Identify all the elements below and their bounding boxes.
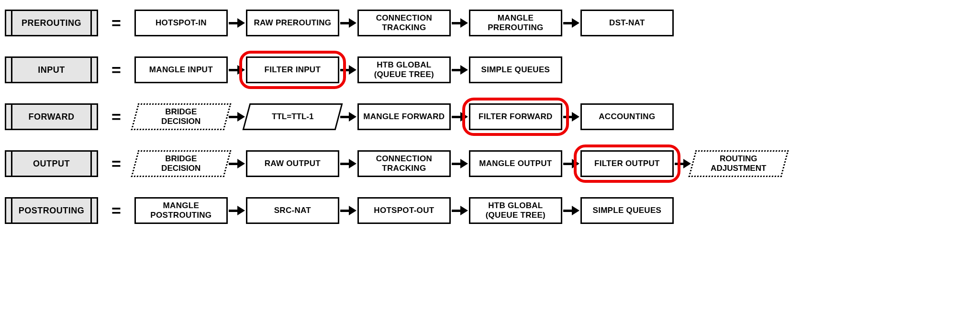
node-shape: BRIDGE DECISION bbox=[131, 103, 231, 130]
flow-arrow bbox=[452, 112, 468, 122]
flow-arrow bbox=[452, 159, 468, 168]
node-shape: RAW PREROUTING bbox=[246, 10, 339, 36]
flow-arrow bbox=[340, 65, 356, 75]
node-label: BRIDGE DECISION bbox=[161, 154, 200, 173]
node-shape: BRIDGE DECISION bbox=[131, 150, 231, 177]
chain-row: OUTPUT=BRIDGE DECISIONRAW OUTPUTCONNECTI… bbox=[5, 150, 975, 177]
node-label: SIMPLE QUEUES bbox=[481, 65, 550, 75]
flow-arrow bbox=[340, 18, 356, 28]
chain-row: PREROUTING=HOTSPOT-INRAW PREROUTINGCONNE… bbox=[5, 10, 975, 36]
flow-arrow bbox=[563, 159, 579, 168]
node-shape: MANGLE FORWARD bbox=[357, 103, 451, 130]
node: HTB GLOBAL (QUEUE TREE) bbox=[357, 56, 451, 83]
chain-label: FORWARD bbox=[28, 112, 74, 122]
node: MANGLE POSTROUTING bbox=[134, 197, 228, 224]
node-shape: CONNECTION TRACKING bbox=[357, 150, 451, 177]
node-shape: FILTER FORWARD bbox=[469, 103, 562, 130]
node: MANGLE FORWARD bbox=[357, 103, 451, 130]
node: ROUTING ADJUSTMENT bbox=[692, 150, 785, 177]
node: TTL=TTL-1 bbox=[246, 103, 339, 130]
flow-arrow bbox=[340, 159, 356, 168]
node: MANGLE INPUT bbox=[134, 56, 228, 83]
flow-arrow bbox=[340, 206, 356, 215]
node-label: HTB GLOBAL (QUEUE TREE) bbox=[486, 201, 546, 220]
node-shape: CONNECTION TRACKING bbox=[357, 10, 451, 36]
node-label: MANGLE FORWARD bbox=[363, 112, 445, 122]
flow-arrow bbox=[563, 206, 579, 215]
node-label: MANGLE OUTPUT bbox=[479, 159, 552, 168]
flow-arrow bbox=[229, 65, 245, 75]
node: FILTER INPUT bbox=[246, 56, 339, 83]
flow: BRIDGE DECISIONTTL=TTL-1MANGLE FORWARDFI… bbox=[134, 103, 674, 130]
node: HOTSPOT-IN bbox=[134, 10, 228, 36]
node: RAW PREROUTING bbox=[246, 10, 339, 36]
node-shape: MANGLE INPUT bbox=[134, 56, 228, 83]
node-label: SRC-NAT bbox=[274, 206, 311, 215]
flow-arrow bbox=[452, 206, 468, 215]
flow-arrow bbox=[229, 159, 245, 168]
node-shape: MANGLE POSTROUTING bbox=[134, 197, 228, 224]
node-shape: SIMPLE QUEUES bbox=[580, 197, 674, 224]
node: SRC-NAT bbox=[246, 197, 339, 224]
chain-header: INPUT bbox=[5, 56, 98, 83]
flow: BRIDGE DECISIONRAW OUTPUTCONNECTION TRAC… bbox=[134, 150, 785, 177]
node: BRIDGE DECISION bbox=[134, 150, 228, 177]
node-label: HOTSPOT-IN bbox=[156, 18, 207, 28]
node-shape: MANGLE PREROUTING bbox=[469, 10, 562, 36]
flow-arrow bbox=[452, 18, 468, 28]
node-label: TTL=TTL-1 bbox=[272, 112, 313, 122]
equals-sign: = bbox=[111, 62, 121, 78]
node: HOTSPOT-OUT bbox=[357, 197, 451, 224]
node-label: FILTER FORWARD bbox=[479, 112, 553, 122]
node-shape: DST-NAT bbox=[580, 10, 674, 36]
chain-label: INPUT bbox=[38, 65, 65, 75]
node-shape: TTL=TTL-1 bbox=[242, 103, 343, 130]
chain-label: PREROUTING bbox=[22, 18, 81, 28]
node: FILTER FORWARD bbox=[469, 103, 562, 130]
flow-arrow bbox=[229, 112, 245, 122]
chain-row: INPUT=MANGLE INPUTFILTER INPUTHTB GLOBAL… bbox=[5, 56, 975, 83]
node: MANGLE OUTPUT bbox=[469, 150, 562, 177]
node: CONNECTION TRACKING bbox=[357, 150, 451, 177]
node-shape: HTB GLOBAL (QUEUE TREE) bbox=[469, 197, 562, 224]
chain-row: POSTROUTING=MANGLE POSTROUTINGSRC-NATHOT… bbox=[5, 197, 975, 224]
node-label: ROUTING ADJUSTMENT bbox=[711, 154, 766, 173]
chain-label: POSTROUTING bbox=[19, 206, 85, 216]
node: ACCOUNTING bbox=[580, 103, 674, 130]
flow-arrow bbox=[675, 159, 691, 168]
node-shape: ACCOUNTING bbox=[580, 103, 674, 130]
node-label: HOTSPOT-OUT bbox=[374, 206, 434, 215]
node: DST-NAT bbox=[580, 10, 674, 36]
flow-arrow bbox=[563, 18, 579, 28]
node-shape: SRC-NAT bbox=[246, 197, 339, 224]
node-label: MANGLE POSTROUTING bbox=[150, 201, 212, 220]
node-label: CONNECTION TRACKING bbox=[376, 13, 432, 32]
node: FILTER OUTPUT bbox=[580, 150, 674, 177]
node-label: DST-NAT bbox=[609, 18, 645, 28]
flow-arrow bbox=[563, 112, 579, 122]
chain-label: OUTPUT bbox=[33, 159, 70, 169]
node-label: HTB GLOBAL (QUEUE TREE) bbox=[374, 60, 434, 79]
node-label: RAW PREROUTING bbox=[254, 18, 331, 28]
chain-header: PREROUTING bbox=[5, 10, 98, 36]
node: BRIDGE DECISION bbox=[134, 103, 228, 130]
node-label: RAW OUTPUT bbox=[265, 159, 321, 168]
node-label: MANGLE INPUT bbox=[149, 65, 213, 75]
node-shape: MANGLE OUTPUT bbox=[469, 150, 562, 177]
node-shape: HOTSPOT-OUT bbox=[357, 197, 451, 224]
node: HTB GLOBAL (QUEUE TREE) bbox=[469, 197, 562, 224]
equals-sign: = bbox=[111, 109, 121, 125]
flow: HOTSPOT-INRAW PREROUTINGCONNECTION TRACK… bbox=[134, 10, 674, 36]
node-label: SIMPLE QUEUES bbox=[593, 206, 662, 215]
node: SIMPLE QUEUES bbox=[469, 56, 562, 83]
chain-header: FORWARD bbox=[5, 103, 98, 130]
node-label: FILTER INPUT bbox=[265, 65, 321, 75]
node: MANGLE PREROUTING bbox=[469, 10, 562, 36]
node-label: ACCOUNTING bbox=[599, 112, 655, 122]
node-label: FILTER OUTPUT bbox=[594, 159, 660, 168]
node-shape: FILTER OUTPUT bbox=[580, 150, 674, 177]
chain-header: OUTPUT bbox=[5, 150, 98, 177]
packet-flow-diagram: PREROUTING=HOTSPOT-INRAW PREROUTINGCONNE… bbox=[5, 10, 975, 224]
flow: MANGLE POSTROUTINGSRC-NATHOTSPOT-OUTHTB … bbox=[134, 197, 674, 224]
chain-row: FORWARD=BRIDGE DECISIONTTL=TTL-1MANGLE F… bbox=[5, 103, 975, 130]
